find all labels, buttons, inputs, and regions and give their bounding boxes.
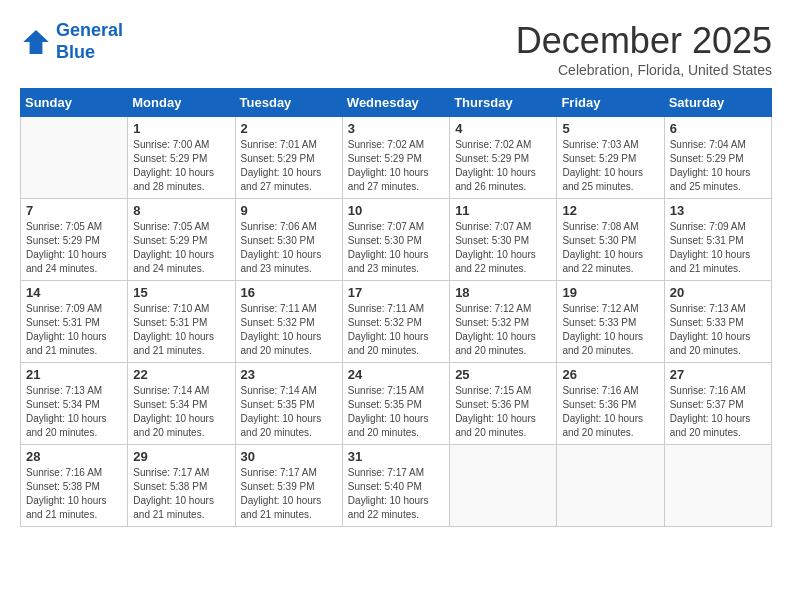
calendar-day-cell: 4Sunrise: 7:02 AMSunset: 5:29 PMDaylight… <box>450 117 557 199</box>
calendar-day-cell: 24Sunrise: 7:15 AMSunset: 5:35 PMDayligh… <box>342 363 449 445</box>
day-number: 16 <box>241 285 337 300</box>
calendar-day-cell: 23Sunrise: 7:14 AMSunset: 5:35 PMDayligh… <box>235 363 342 445</box>
calendar-week-row: 7Sunrise: 7:05 AMSunset: 5:29 PMDaylight… <box>21 199 772 281</box>
day-info: Sunrise: 7:15 AMSunset: 5:36 PMDaylight:… <box>455 384 551 440</box>
weekday-header: Friday <box>557 89 664 117</box>
day-info: Sunrise: 7:07 AMSunset: 5:30 PMDaylight:… <box>455 220 551 276</box>
calendar-day-cell: 19Sunrise: 7:12 AMSunset: 5:33 PMDayligh… <box>557 281 664 363</box>
day-number: 21 <box>26 367 122 382</box>
calendar-day-cell: 28Sunrise: 7:16 AMSunset: 5:38 PMDayligh… <box>21 445 128 527</box>
day-info: Sunrise: 7:14 AMSunset: 5:35 PMDaylight:… <box>241 384 337 440</box>
calendar-day-cell: 25Sunrise: 7:15 AMSunset: 5:36 PMDayligh… <box>450 363 557 445</box>
calendar-week-row: 21Sunrise: 7:13 AMSunset: 5:34 PMDayligh… <box>21 363 772 445</box>
day-number: 30 <box>241 449 337 464</box>
weekday-header: Tuesday <box>235 89 342 117</box>
day-info: Sunrise: 7:02 AMSunset: 5:29 PMDaylight:… <box>455 138 551 194</box>
day-number: 10 <box>348 203 444 218</box>
day-info: Sunrise: 7:11 AMSunset: 5:32 PMDaylight:… <box>241 302 337 358</box>
calendar-week-row: 14Sunrise: 7:09 AMSunset: 5:31 PMDayligh… <box>21 281 772 363</box>
calendar-day-cell: 7Sunrise: 7:05 AMSunset: 5:29 PMDaylight… <box>21 199 128 281</box>
calendar-day-cell <box>664 445 771 527</box>
day-info: Sunrise: 7:09 AMSunset: 5:31 PMDaylight:… <box>26 302 122 358</box>
day-info: Sunrise: 7:08 AMSunset: 5:30 PMDaylight:… <box>562 220 658 276</box>
title-block: December 2025 Celebration, Florida, Unit… <box>516 20 772 78</box>
day-info: Sunrise: 7:02 AMSunset: 5:29 PMDaylight:… <box>348 138 444 194</box>
day-number: 29 <box>133 449 229 464</box>
day-info: Sunrise: 7:05 AMSunset: 5:29 PMDaylight:… <box>133 220 229 276</box>
day-number: 3 <box>348 121 444 136</box>
day-number: 31 <box>348 449 444 464</box>
calendar-subtitle: Celebration, Florida, United States <box>516 62 772 78</box>
weekday-header: Sunday <box>21 89 128 117</box>
calendar-day-cell: 2Sunrise: 7:01 AMSunset: 5:29 PMDaylight… <box>235 117 342 199</box>
calendar-day-cell: 22Sunrise: 7:14 AMSunset: 5:34 PMDayligh… <box>128 363 235 445</box>
day-info: Sunrise: 7:10 AMSunset: 5:31 PMDaylight:… <box>133 302 229 358</box>
day-info: Sunrise: 7:17 AMSunset: 5:39 PMDaylight:… <box>241 466 337 522</box>
day-number: 2 <box>241 121 337 136</box>
calendar-day-cell: 27Sunrise: 7:16 AMSunset: 5:37 PMDayligh… <box>664 363 771 445</box>
day-number: 14 <box>26 285 122 300</box>
calendar-day-cell: 20Sunrise: 7:13 AMSunset: 5:33 PMDayligh… <box>664 281 771 363</box>
calendar-day-cell: 9Sunrise: 7:06 AMSunset: 5:30 PMDaylight… <box>235 199 342 281</box>
logo-line2: Blue <box>56 42 123 64</box>
day-number: 19 <box>562 285 658 300</box>
day-number: 22 <box>133 367 229 382</box>
calendar-day-cell: 26Sunrise: 7:16 AMSunset: 5:36 PMDayligh… <box>557 363 664 445</box>
calendar-day-cell: 5Sunrise: 7:03 AMSunset: 5:29 PMDaylight… <box>557 117 664 199</box>
day-number: 28 <box>26 449 122 464</box>
calendar-day-cell: 15Sunrise: 7:10 AMSunset: 5:31 PMDayligh… <box>128 281 235 363</box>
day-info: Sunrise: 7:09 AMSunset: 5:31 PMDaylight:… <box>670 220 766 276</box>
calendar-header-row: SundayMondayTuesdayWednesdayThursdayFrid… <box>21 89 772 117</box>
calendar-day-cell <box>21 117 128 199</box>
day-info: Sunrise: 7:16 AMSunset: 5:38 PMDaylight:… <box>26 466 122 522</box>
day-info: Sunrise: 7:05 AMSunset: 5:29 PMDaylight:… <box>26 220 122 276</box>
day-number: 18 <box>455 285 551 300</box>
calendar-day-cell: 21Sunrise: 7:13 AMSunset: 5:34 PMDayligh… <box>21 363 128 445</box>
day-info: Sunrise: 7:16 AMSunset: 5:36 PMDaylight:… <box>562 384 658 440</box>
day-number: 4 <box>455 121 551 136</box>
day-number: 15 <box>133 285 229 300</box>
day-number: 1 <box>133 121 229 136</box>
day-number: 17 <box>348 285 444 300</box>
day-number: 20 <box>670 285 766 300</box>
calendar-day-cell: 6Sunrise: 7:04 AMSunset: 5:29 PMDaylight… <box>664 117 771 199</box>
calendar-day-cell: 29Sunrise: 7:17 AMSunset: 5:38 PMDayligh… <box>128 445 235 527</box>
svg-marker-0 <box>23 30 49 54</box>
day-info: Sunrise: 7:14 AMSunset: 5:34 PMDaylight:… <box>133 384 229 440</box>
day-number: 24 <box>348 367 444 382</box>
day-info: Sunrise: 7:15 AMSunset: 5:35 PMDaylight:… <box>348 384 444 440</box>
day-info: Sunrise: 7:00 AMSunset: 5:29 PMDaylight:… <box>133 138 229 194</box>
day-number: 8 <box>133 203 229 218</box>
logo-icon <box>20 26 52 58</box>
day-info: Sunrise: 7:11 AMSunset: 5:32 PMDaylight:… <box>348 302 444 358</box>
day-number: 27 <box>670 367 766 382</box>
day-info: Sunrise: 7:17 AMSunset: 5:38 PMDaylight:… <box>133 466 229 522</box>
day-info: Sunrise: 7:06 AMSunset: 5:30 PMDaylight:… <box>241 220 337 276</box>
day-number: 13 <box>670 203 766 218</box>
calendar-week-row: 1Sunrise: 7:00 AMSunset: 5:29 PMDaylight… <box>21 117 772 199</box>
calendar-day-cell: 18Sunrise: 7:12 AMSunset: 5:32 PMDayligh… <box>450 281 557 363</box>
day-info: Sunrise: 7:17 AMSunset: 5:40 PMDaylight:… <box>348 466 444 522</box>
calendar-day-cell: 8Sunrise: 7:05 AMSunset: 5:29 PMDaylight… <box>128 199 235 281</box>
calendar-week-row: 28Sunrise: 7:16 AMSunset: 5:38 PMDayligh… <box>21 445 772 527</box>
calendar-day-cell: 11Sunrise: 7:07 AMSunset: 5:30 PMDayligh… <box>450 199 557 281</box>
day-info: Sunrise: 7:16 AMSunset: 5:37 PMDaylight:… <box>670 384 766 440</box>
day-number: 12 <box>562 203 658 218</box>
day-info: Sunrise: 7:13 AMSunset: 5:33 PMDaylight:… <box>670 302 766 358</box>
day-number: 5 <box>562 121 658 136</box>
weekday-header: Thursday <box>450 89 557 117</box>
day-info: Sunrise: 7:03 AMSunset: 5:29 PMDaylight:… <box>562 138 658 194</box>
weekday-header: Monday <box>128 89 235 117</box>
weekday-header: Saturday <box>664 89 771 117</box>
day-info: Sunrise: 7:13 AMSunset: 5:34 PMDaylight:… <box>26 384 122 440</box>
day-info: Sunrise: 7:01 AMSunset: 5:29 PMDaylight:… <box>241 138 337 194</box>
calendar-day-cell: 16Sunrise: 7:11 AMSunset: 5:32 PMDayligh… <box>235 281 342 363</box>
calendar-day-cell: 13Sunrise: 7:09 AMSunset: 5:31 PMDayligh… <box>664 199 771 281</box>
calendar-table: SundayMondayTuesdayWednesdayThursdayFrid… <box>20 88 772 527</box>
day-info: Sunrise: 7:12 AMSunset: 5:32 PMDaylight:… <box>455 302 551 358</box>
calendar-day-cell: 3Sunrise: 7:02 AMSunset: 5:29 PMDaylight… <box>342 117 449 199</box>
calendar-day-cell: 31Sunrise: 7:17 AMSunset: 5:40 PMDayligh… <box>342 445 449 527</box>
day-info: Sunrise: 7:04 AMSunset: 5:29 PMDaylight:… <box>670 138 766 194</box>
calendar-day-cell <box>450 445 557 527</box>
day-number: 26 <box>562 367 658 382</box>
